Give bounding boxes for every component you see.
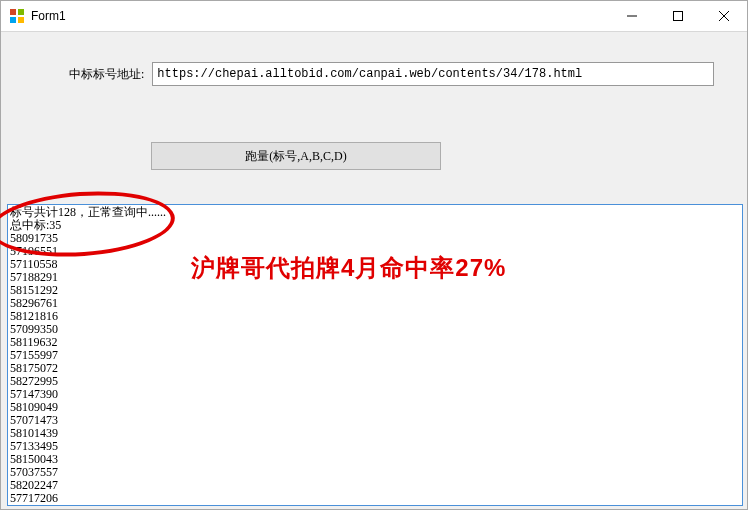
maximize-button[interactable] [655,1,701,31]
close-icon [719,11,729,21]
app-icon [9,8,25,24]
minimize-icon [627,11,637,21]
client-area: 中标标号地址: 跑量(标号,A,B,C,D) 标号共计128，正常查询中....… [1,32,747,509]
svg-rect-2 [18,9,24,15]
minimize-button[interactable] [609,1,655,31]
svg-rect-3 [10,17,16,23]
run-button[interactable]: 跑量(标号,A,B,C,D) [151,142,441,170]
output-box[interactable]: 标号共计128，正常查询中...... 总中标:35 58091735 5719… [7,204,743,506]
maximize-icon [673,11,683,21]
svg-rect-6 [674,12,683,21]
url-row: 中标标号地址: [69,62,714,86]
app-window: Form1 中标标号地址: 跑量(标号,A,B,C,D) 标号共计128，正常查… [0,0,748,510]
window-title: Form1 [31,9,66,23]
output-text: 标号共计128，正常查询中...... 总中标:35 58091735 5719… [8,205,742,506]
svg-rect-1 [10,9,16,15]
close-button[interactable] [701,1,747,31]
svg-rect-4 [18,17,24,23]
url-label: 中标标号地址: [69,66,144,83]
titlebar[interactable]: Form1 [1,1,747,32]
url-input[interactable] [152,62,714,86]
